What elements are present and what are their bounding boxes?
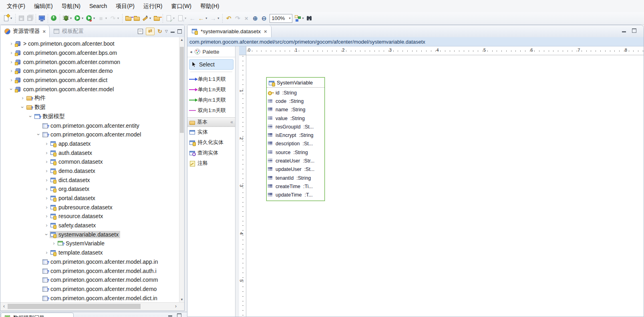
scrollbar-thumb[interactable] (180, 47, 184, 133)
link-with-editor-icon[interactable]: ⇄ (146, 28, 155, 35)
palette-header[interactable]: ◂ Palette (187, 46, 235, 57)
boot-dashboard-button[interactable] (50, 14, 58, 22)
zoom-in-button[interactable]: ⊕ (251, 14, 260, 22)
maximize-icon[interactable] (177, 29, 182, 34)
expander-icon[interactable] (51, 241, 57, 246)
tree-item[interactable]: pubresource.datasetx (0, 203, 179, 212)
entity-field[interactable]: resGroupId :St... (267, 122, 324, 131)
tree-item[interactable]: common.datasetx (0, 157, 179, 167)
dropdown-arrow-icon[interactable]: ▾ (81, 16, 84, 20)
undo-button[interactable]: ↶ (224, 14, 233, 22)
tree-item[interactable]: com.primeton.gocom.afcenter.dict (0, 76, 179, 85)
expander-icon[interactable] (20, 104, 26, 110)
entity-systemvariable[interactable]: SystemVariable id :String code (266, 77, 325, 201)
palette-tool[interactable]: 实体 (187, 127, 235, 137)
open-resource-button[interactable] (153, 14, 161, 22)
tree-item[interactable]: com.primeton.gocom.afcenter.common (0, 57, 179, 66)
expander-icon[interactable] (44, 141, 50, 146)
menu-item[interactable]: 项目(P) (111, 0, 139, 12)
back-button[interactable]: ←▾ (197, 14, 209, 22)
import-project-button[interactable] (124, 14, 133, 22)
entity-field[interactable]: updateTime :T... (267, 191, 324, 199)
minimize-icon[interactable] (622, 31, 626, 32)
tree-item[interactable]: com.primeton.gocom.afcenter.demo (0, 66, 179, 76)
new-wizard-button[interactable]: ▾ (2, 14, 14, 22)
tree-item[interactable]: com.primeton.gocom.afcenter.model (0, 130, 179, 139)
tree-item[interactable]: > com.primeton.gocom.afcenter.boot (0, 39, 179, 48)
tree-item[interactable]: com.primeton.gocom.afcenter.model.app.in (0, 257, 179, 267)
menu-item[interactable]: 导航(N) (57, 0, 85, 12)
expander-icon[interactable] (44, 223, 50, 228)
tree-item[interactable]: template.datasetx (0, 248, 179, 257)
redo-button[interactable]: ↷ (233, 14, 242, 22)
expander-icon[interactable] (44, 232, 50, 237)
tree-item[interactable]: portal.datasetx (0, 194, 179, 203)
zoom-level-combo[interactable]: 100%▾ (270, 14, 292, 23)
view-menu-icon[interactable]: ▽ (165, 29, 168, 33)
expander-icon[interactable] (8, 86, 14, 92)
palette-relation-tool[interactable]: 单向1:n关联 (187, 84, 235, 95)
entity-field[interactable]: tenantId :String (267, 174, 324, 182)
forward-button[interactable]: →▾ (209, 14, 221, 22)
tab-template-config[interactable]: 模板配置 (50, 25, 87, 37)
tree-item[interactable]: systemvariable.datasetx (0, 230, 179, 239)
tree-item[interactable]: 构件 (0, 94, 179, 103)
entity-field[interactable]: id :String (267, 88, 324, 97)
expander-icon[interactable] (44, 195, 50, 201)
close-icon[interactable]: × (42, 28, 46, 34)
maximize-icon[interactable] (177, 313, 181, 317)
entity-field[interactable]: description :St... (267, 140, 324, 148)
tree-item[interactable]: com.primeton.gocom.afcenter.model.demo (0, 285, 179, 294)
entity-field[interactable]: code :String (267, 97, 324, 105)
horizontal-scrollbar[interactable]: ‹ › (0, 302, 184, 311)
scroll-left-icon[interactable]: ‹ (1, 303, 7, 311)
layout-button[interactable]: ▾ (294, 14, 305, 22)
collapse-all-icon[interactable] (138, 29, 143, 34)
dropdown-arrow-icon[interactable]: ▾ (205, 16, 208, 20)
open-console-button[interactable] (38, 14, 46, 22)
collapse-palette-icon[interactable]: ◂ (190, 49, 192, 54)
dropdown-arrow-icon[interactable]: ▾ (117, 16, 120, 20)
dropdown-arrow-icon[interactable]: ▾ (69, 16, 72, 20)
palette-sash[interactable] (235, 46, 239, 317)
entity-field[interactable]: updateUser :St... (267, 165, 324, 174)
tree-item[interactable]: app.datasetx (0, 139, 179, 148)
entity-field[interactable]: createTime :Ti... (267, 182, 324, 191)
palette-select-tool[interactable]: Select (189, 59, 233, 70)
minimize-icon[interactable] (171, 32, 175, 33)
entity-header[interactable]: SystemVariable (267, 78, 324, 88)
expander-icon[interactable] (8, 41, 14, 46)
expander-icon[interactable] (44, 168, 50, 174)
dropdown-arrow-icon[interactable]: ▾ (149, 16, 152, 20)
dropdown-arrow-icon[interactable]: ▾ (217, 16, 220, 20)
expander-icon[interactable] (44, 159, 50, 165)
entity-field[interactable]: createUser :Str... (267, 156, 324, 165)
search-button[interactable] (305, 14, 314, 22)
entity-field[interactable]: isEncrypt :String (267, 131, 324, 139)
palette-relation-tool[interactable]: 双向1:n关联 (187, 105, 235, 116)
tree-item[interactable]: 数据模型 (0, 112, 179, 121)
palette-tool[interactable]: 持久化实体 (187, 137, 235, 148)
tab-resource-explorer[interactable]: 资源管理器 × (0, 25, 50, 37)
diagram-canvas[interactable]: SystemVariable id :String code (246, 55, 644, 317)
expander-icon[interactable] (44, 177, 50, 183)
expander-icon[interactable] (44, 250, 50, 255)
entity-field[interactable]: source :String (267, 148, 324, 156)
expander-icon[interactable] (36, 132, 42, 137)
palette-relation-tool[interactable]: 单向n:1关联 (187, 95, 235, 105)
tree-item[interactable]: 数据 (0, 103, 179, 112)
tree-item[interactable]: org.datasetx (0, 185, 179, 194)
run-button[interactable]: ▾ (73, 14, 85, 22)
tree-item[interactable]: com.primeton.gocom.afcenter.model.comm (0, 275, 179, 285)
chevron-down-icon[interactable]: ▾ (289, 16, 290, 20)
back-disabled-button[interactable]: ← (188, 14, 197, 22)
pin-drawer-icon[interactable]: « (230, 119, 233, 125)
entity-field[interactable]: name :String (267, 106, 324, 114)
tree-item[interactable]: com.primeton.gocom.afcenter.model.auth.i (0, 266, 179, 275)
dropdown-arrow-icon[interactable]: ▾ (10, 16, 13, 20)
menu-item[interactable]: 窗口(W) (167, 0, 196, 12)
expander-icon[interactable] (44, 205, 50, 210)
tree-item[interactable]: com.primeton.gocom.afcenter.model.dict.i… (0, 293, 179, 303)
expander-icon[interactable] (8, 59, 14, 65)
menu-item[interactable]: Search (85, 0, 111, 12)
